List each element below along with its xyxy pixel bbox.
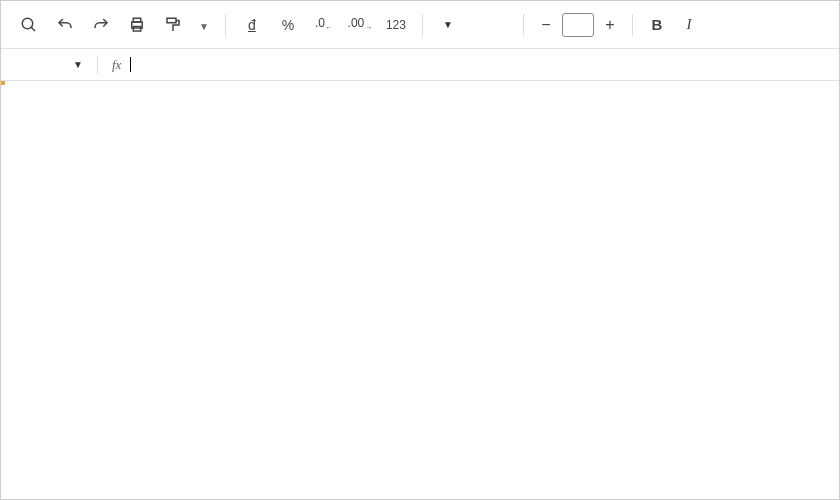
svg-line-1 bbox=[31, 27, 35, 31]
more-formats-icon[interactable]: 123 bbox=[380, 9, 412, 41]
svg-rect-3 bbox=[133, 18, 141, 22]
svg-rect-5 bbox=[167, 18, 176, 23]
separator bbox=[225, 14, 226, 36]
formula-bar: ▼ fx bbox=[1, 49, 839, 81]
cursor-icon bbox=[130, 57, 131, 72]
svg-point-0 bbox=[22, 18, 33, 29]
percent-icon[interactable]: % bbox=[272, 9, 304, 41]
name-box[interactable]: ▼ bbox=[7, 59, 83, 70]
undo-icon[interactable] bbox=[49, 9, 81, 41]
decrease-decimal-icon[interactable]: .0← bbox=[308, 9, 340, 41]
increase-font-button[interactable]: + bbox=[598, 13, 622, 37]
zoom-select[interactable]: ▼ bbox=[193, 17, 215, 33]
search-icon[interactable] bbox=[13, 9, 45, 41]
formula-input[interactable] bbox=[129, 57, 131, 73]
selection-marquee bbox=[1, 81, 5, 85]
separator bbox=[523, 14, 524, 36]
redo-icon[interactable] bbox=[85, 9, 117, 41]
separator bbox=[97, 56, 98, 74]
main-toolbar: ▼ đ % .0← .00→ 123 ▼ − + B I bbox=[1, 1, 839, 49]
decrease-font-button[interactable]: − bbox=[534, 13, 558, 37]
fx-icon: fx bbox=[112, 57, 121, 73]
font-size-input[interactable] bbox=[562, 13, 594, 37]
font-select[interactable]: ▼ bbox=[433, 19, 513, 30]
increase-decimal-icon[interactable]: .00→ bbox=[344, 9, 376, 41]
paint-format-icon[interactable] bbox=[157, 9, 189, 41]
separator bbox=[632, 14, 633, 36]
bold-button[interactable]: B bbox=[643, 16, 671, 33]
separator bbox=[422, 14, 423, 36]
font-size-stepper: − + bbox=[534, 13, 622, 37]
italic-button[interactable]: I bbox=[675, 16, 703, 33]
currency-icon[interactable]: đ bbox=[236, 9, 268, 41]
print-icon[interactable] bbox=[121, 9, 153, 41]
